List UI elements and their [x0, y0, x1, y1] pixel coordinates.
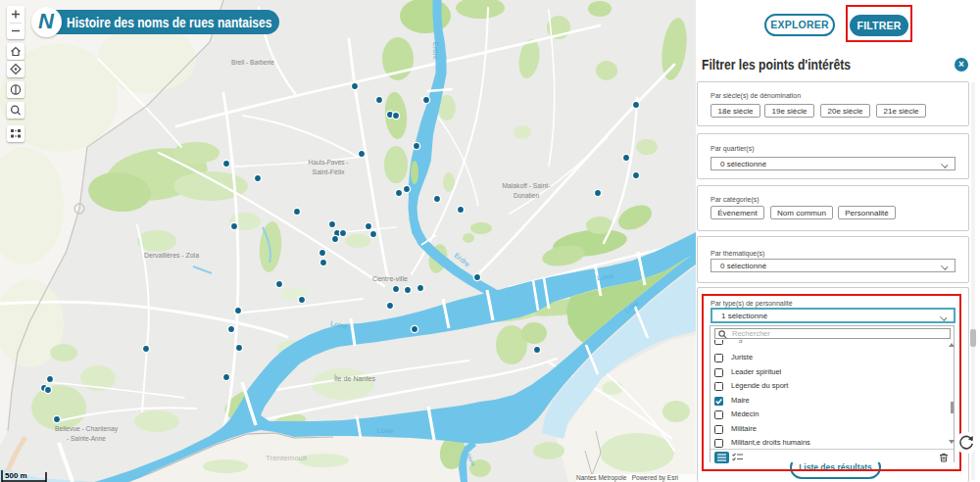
svg-text:Loire: Loire	[376, 427, 393, 435]
svg-text:Centre-ville: Centre-ville	[372, 275, 408, 282]
svg-text:Île de Nantes: Île de Nantes	[333, 374, 376, 382]
svg-text:Donatien: Donatien	[514, 192, 539, 199]
svg-text:Trentemoult: Trentemoult	[266, 455, 307, 461]
svg-text:Saint-Félix: Saint-Félix	[313, 169, 345, 175]
svg-text:Malakoff - Saint-: Malakoff - Saint-	[503, 182, 552, 189]
svg-text:Bellevue - Chantenay: Bellevue - Chantenay	[55, 425, 118, 433]
svg-text:Erdre: Erdre	[432, 42, 439, 60]
svg-text:Breil - Barberie: Breil - Barberie	[231, 59, 274, 66]
svg-text:Dervallières - Zola: Dervallières - Zola	[144, 252, 199, 259]
svg-text:- Sainte-Anne: - Sainte-Anne	[67, 435, 106, 442]
svg-text:Hauts-Pavés -: Hauts-Pavés -	[309, 159, 350, 166]
